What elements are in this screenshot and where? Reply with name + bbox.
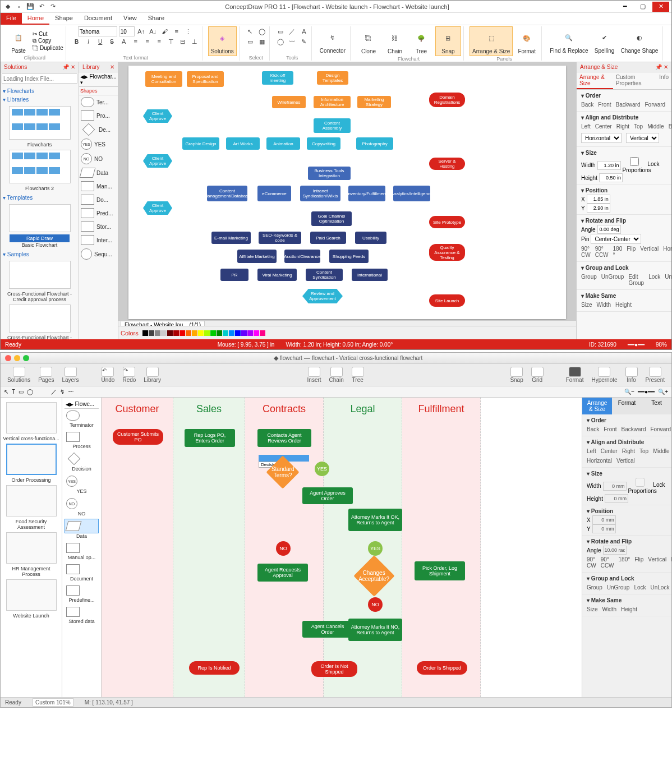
align-bot-icon[interactable]: ⊥ [190,36,200,47]
lib-sequential[interactable]: Sequ... [79,247,118,261]
y-input[interactable] [587,204,610,213]
font-shrink-icon[interactable]: A↓ [148,26,158,36]
qat-new-icon[interactable]: ▫ [14,2,24,12]
swatch[interactable] [142,330,148,336]
node-cms[interactable]: Content Management/Database [207,186,247,201]
maclib-document[interactable] [65,562,99,576]
node-usability[interactable]: Usability [355,232,386,244]
arr-tab-info[interactable]: Info [656,72,671,89]
connector-button[interactable]: ↯Connector [317,26,348,55]
maclib-decision[interactable] [65,451,99,466]
canvas[interactable]: Meeting and Consultation Proposal and Sp… [118,62,576,339]
cut-button[interactable]: ✂Cut [33,31,63,37]
maclib-terminator[interactable] [65,409,99,422]
tab-home[interactable]: Home [22,13,49,25]
node-qa[interactable]: Quality Assurance & Testing [429,244,465,261]
sample2-thumb[interactable] [9,305,71,333]
bold-icon[interactable]: B [72,36,82,47]
mnode-agent-requests[interactable]: Agent Requests Approval [257,564,308,582]
lib-no[interactable]: NONO [79,151,118,166]
lib-pin-icon[interactable]: ✕ [110,64,114,70]
libraries-header[interactable]: ▾ Libraries [3,95,76,104]
node-graphic-design[interactable]: Graphic Design [182,137,219,150]
maclib-no[interactable]: NO [65,496,99,511]
solutions-search[interactable] [2,73,77,84]
zoom-in-icon[interactable]: 🔍+ [658,389,668,395]
paste-button[interactable]: 📋Paste [6,26,31,55]
height-input[interactable] [599,173,623,182]
macr-tab-format[interactable]: Format [612,398,642,414]
mnode-no-1[interactable]: NO [276,541,291,556]
mac-canvas[interactable]: Customer Sales Contracts Legal Fulfillme… [102,398,582,697]
node-artworks[interactable]: Art Works [226,137,260,150]
pin-select[interactable]: Center-Center [591,234,641,244]
node-review[interactable]: Review and Approvement [302,289,343,303]
node-intranet[interactable]: Intranet Syndication/Wikis [300,186,340,201]
mnode-yes-2[interactable]: YES [368,541,383,556]
select-rect-icon[interactable]: ▭ [245,36,255,47]
tool-ellipse-icon[interactable]: ◯ [275,36,286,47]
close-button[interactable]: ✕ [652,2,669,12]
tool-line-icon[interactable]: ／ [51,388,57,396]
solutions-button[interactable]: ◈Solutions [208,26,237,56]
lib-flowcharts2-thumb[interactable] [9,150,71,183]
node-ecommerce[interactable]: eCommerce [257,186,291,201]
node-viral[interactable]: Viral Marketing [257,269,297,281]
zoom-slider[interactable]: ━━●━━ [628,342,645,348]
macsol-thumb-0[interactable] [6,402,57,433]
tb-library[interactable]: Library [141,366,163,384]
tool-text-icon[interactable]: A [299,26,309,36]
tab-view[interactable]: View [118,13,142,25]
mnode-shipped[interactable]: Order Is Shipped [417,661,467,675]
node-goal-channel[interactable]: Goal Channel Optimization [311,211,352,226]
x-input[interactable] [587,195,610,204]
tb-chain[interactable]: Chain [327,366,346,384]
order-back[interactable]: Back [581,102,593,108]
lock-prop[interactable]: Lock Proportions [623,157,667,173]
tab-shape[interactable]: Shape [49,13,79,25]
tb-layers[interactable]: Layers [60,366,81,384]
flowcharts-header[interactable]: ▾ Flowcharts [3,87,76,95]
lib-flowcharts-thumb[interactable] [9,106,71,140]
tb-tree[interactable]: Tree [349,366,366,384]
tb-present[interactable]: Present [643,366,667,384]
tool-curve-icon[interactable]: 〰 [68,389,73,395]
qat-save-icon[interactable]: 💾 [25,2,35,12]
format-painter-icon[interactable]: 🖌 [160,26,170,36]
node-proposal[interactable]: Proposal and Specification [187,71,224,87]
node-inventory[interactable]: Inventory/Fulfillment [348,186,385,201]
tab-document[interactable]: Document [79,13,118,25]
node-content-assembly[interactable]: Content Assembly [314,118,351,133]
panel-pin-icon[interactable]: 📌 ✕ [62,64,75,70]
change-shape-button[interactable]: ◐Change Shape [619,26,661,55]
tree-button[interactable]: 🌳Tree [409,27,434,56]
mnode-agent-approves[interactable]: Agent Approves Order [302,487,353,504]
tb-pages[interactable]: Pages [36,366,56,384]
mac-minimize-button[interactable] [14,355,20,361]
mnode-attorney-no[interactable]: Attorney Marks It NO, Returns to Agent [348,619,402,641]
maclib-manual[interactable] [65,541,99,555]
mnode-pick-order[interactable]: Pick Order, Log Shipment [415,561,465,580]
macr-tab-arrange[interactable]: Arrange & Size [582,398,612,414]
node-auction[interactable]: Auction/Clearance [284,250,320,263]
maclib-process[interactable] [65,430,99,444]
lib-stored[interactable]: Stor... [79,220,118,233]
tool-rect-icon[interactable]: ▭ [275,26,286,36]
distribute-h[interactable]: Horizontal [581,133,622,143]
minimize-button[interactable]: ━ [616,2,633,12]
tb-insert[interactable]: Insert [305,366,324,384]
rapiddraw-thumb[interactable] [9,204,71,232]
node-domain[interactable]: Domain Registrations [429,93,465,107]
node-marketing-strategy[interactable]: Marketing Strategy [357,96,391,108]
strike-icon[interactable]: S̶ [107,36,117,47]
tool-rect-icon[interactable]: ▭ [19,389,24,395]
templates-header[interactable]: ▾ Templates [3,193,76,202]
tb-redo[interactable]: ↷Redo [120,366,138,384]
node-kickoff[interactable]: Kick-off meeting [262,71,293,85]
font-size-select[interactable] [119,26,135,36]
mac-close-button[interactable] [5,355,11,361]
node-shopping[interactable]: Shopping Feeds [329,250,369,263]
macr-tab-text[interactable]: Text [642,398,671,414]
node-client-approve-2[interactable]: Client Approve [143,154,172,168]
align-center-icon[interactable]: ≡ [142,36,153,47]
